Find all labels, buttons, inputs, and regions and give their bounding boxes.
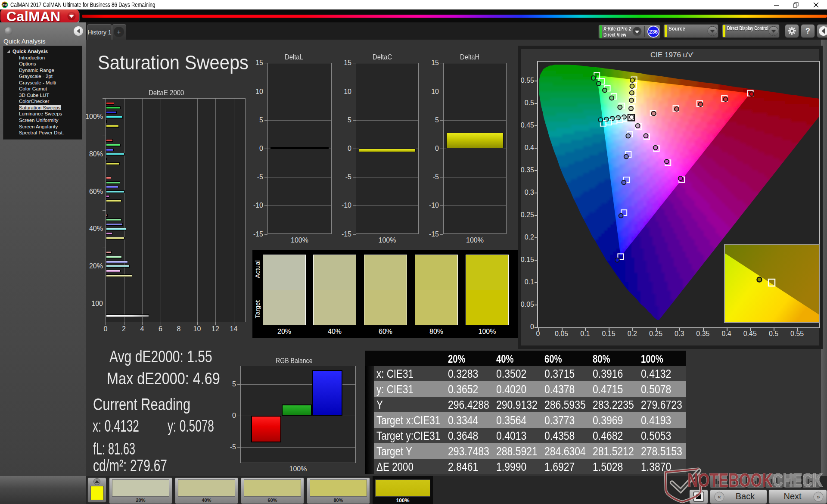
svg-text:CHECK: CHECK <box>773 470 823 491</box>
svg-text:NOTEBOOK: NOTEBOOK <box>687 470 773 491</box>
svg-text:236: 236 <box>649 29 658 35</box>
svg-text:+: + <box>117 28 121 35</box>
